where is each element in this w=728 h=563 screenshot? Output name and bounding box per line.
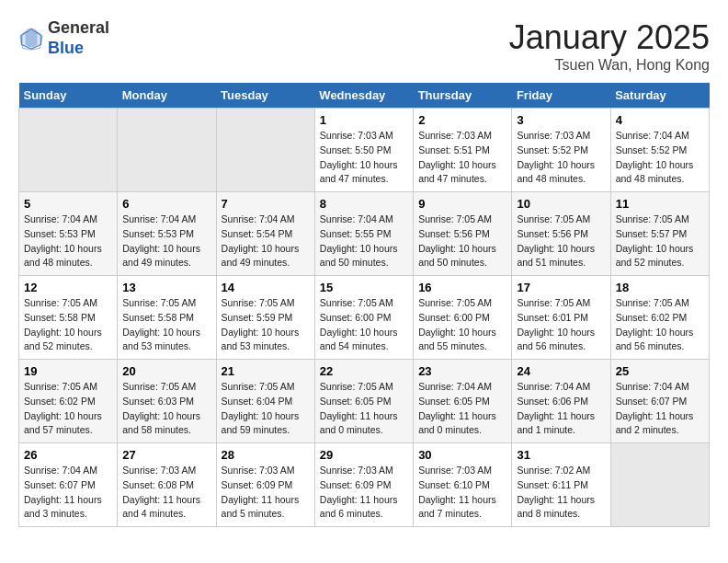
header-friday: Friday bbox=[512, 83, 610, 109]
calendar-cell: 2Sunrise: 7:03 AMSunset: 5:51 PMDaylight… bbox=[414, 109, 512, 192]
day-number: 15 bbox=[320, 281, 408, 294]
calendar-cell: 27Sunrise: 7:03 AMSunset: 6:08 PMDayligh… bbox=[118, 443, 216, 527]
calendar-cell: 23Sunrise: 7:04 AMSunset: 6:05 PMDayligh… bbox=[414, 360, 512, 443]
day-number: 1 bbox=[320, 113, 408, 127]
day-info: Sunrise: 7:04 AMSunset: 5:52 PMDaylight:… bbox=[616, 129, 704, 187]
calendar-cell: 20Sunrise: 7:05 AMSunset: 6:03 PMDayligh… bbox=[118, 360, 216, 443]
day-number: 11 bbox=[616, 197, 704, 211]
day-info: Sunrise: 7:03 AMSunset: 6:10 PMDaylight:… bbox=[418, 464, 506, 522]
week-row-1: 1Sunrise: 7:03 AMSunset: 5:50 PMDaylight… bbox=[19, 109, 710, 192]
location: Tsuen Wan, Hong Kong bbox=[509, 57, 710, 74]
day-info: Sunrise: 7:05 AMSunset: 5:58 PMDaylight:… bbox=[122, 296, 210, 354]
day-number: 25 bbox=[616, 364, 704, 378]
calendar-cell: 1Sunrise: 7:03 AMSunset: 5:50 PMDaylight… bbox=[314, 109, 413, 192]
day-number: 22 bbox=[320, 364, 408, 378]
day-number: 18 bbox=[616, 281, 704, 294]
day-info: Sunrise: 7:04 AMSunset: 5:55 PMDaylight:… bbox=[320, 213, 408, 270]
header-wednesday: Wednesday bbox=[314, 83, 413, 109]
calendar-cell: 18Sunrise: 7:05 AMSunset: 6:02 PMDayligh… bbox=[610, 276, 709, 360]
week-row-2: 5Sunrise: 7:04 AMSunset: 5:53 PMDaylight… bbox=[19, 192, 710, 276]
header-thursday: Thursday bbox=[414, 83, 512, 109]
day-number: 26 bbox=[24, 448, 112, 462]
day-info: Sunrise: 7:05 AMSunset: 6:02 PMDaylight:… bbox=[616, 296, 704, 354]
day-number: 23 bbox=[418, 364, 506, 378]
calendar-cell: 26Sunrise: 7:04 AMSunset: 6:07 PMDayligh… bbox=[19, 443, 118, 527]
day-number: 19 bbox=[24, 364, 112, 378]
calendar-cell: 5Sunrise: 7:04 AMSunset: 5:53 PMDaylight… bbox=[19, 192, 118, 276]
calendar-cell: 19Sunrise: 7:05 AMSunset: 6:02 PMDayligh… bbox=[19, 360, 118, 443]
day-number: 6 bbox=[122, 197, 210, 211]
calendar-cell: 13Sunrise: 7:05 AMSunset: 5:58 PMDayligh… bbox=[118, 276, 216, 360]
day-number: 12 bbox=[24, 281, 112, 294]
day-info: Sunrise: 7:03 AMSunset: 6:09 PMDaylight:… bbox=[222, 464, 310, 522]
day-info: Sunrise: 7:05 AMSunset: 6:00 PMDaylight:… bbox=[418, 296, 506, 354]
logo-text: General Blue bbox=[48, 18, 109, 58]
day-number: 4 bbox=[616, 113, 704, 127]
day-number: 21 bbox=[222, 364, 310, 378]
day-number: 31 bbox=[517, 448, 605, 462]
calendar-cell: 9Sunrise: 7:05 AMSunset: 5:56 PMDaylight… bbox=[414, 192, 512, 276]
day-number: 8 bbox=[320, 197, 408, 211]
calendar-cell: 21Sunrise: 7:05 AMSunset: 6:04 PMDayligh… bbox=[216, 360, 314, 443]
calendar-cell: 28Sunrise: 7:03 AMSunset: 6:09 PMDayligh… bbox=[216, 443, 314, 527]
day-number: 24 bbox=[517, 364, 605, 378]
day-number: 7 bbox=[222, 197, 310, 211]
calendar-cell bbox=[19, 109, 118, 192]
calendar-cell: 30Sunrise: 7:03 AMSunset: 6:10 PMDayligh… bbox=[414, 443, 512, 527]
day-number: 17 bbox=[517, 281, 605, 294]
day-info: Sunrise: 7:05 AMSunset: 6:02 PMDaylight:… bbox=[24, 380, 112, 438]
calendar-table: SundayMondayTuesdayWednesdayThursdayFrid… bbox=[18, 83, 710, 527]
calendar-cell bbox=[118, 109, 216, 192]
calendar-cell: 31Sunrise: 7:02 AMSunset: 6:11 PMDayligh… bbox=[512, 443, 610, 527]
day-number: 29 bbox=[320, 448, 408, 462]
day-number: 30 bbox=[418, 448, 506, 462]
calendar-cell: 7Sunrise: 7:04 AMSunset: 5:54 PMDaylight… bbox=[216, 192, 314, 276]
calendar-cell: 8Sunrise: 7:04 AMSunset: 5:55 PMDaylight… bbox=[314, 192, 413, 276]
day-info: Sunrise: 7:05 AMSunset: 5:56 PMDaylight:… bbox=[517, 213, 605, 270]
calendar-cell: 25Sunrise: 7:04 AMSunset: 6:07 PMDayligh… bbox=[610, 360, 709, 443]
calendar-cell: 22Sunrise: 7:05 AMSunset: 6:05 PMDayligh… bbox=[314, 360, 413, 443]
title-block: January 2025 Tsuen Wan, Hong Kong bbox=[509, 18, 710, 74]
calendar-cell: 29Sunrise: 7:03 AMSunset: 6:09 PMDayligh… bbox=[314, 443, 413, 527]
calendar-cell bbox=[216, 109, 314, 192]
day-info: Sunrise: 7:05 AMSunset: 5:56 PMDaylight:… bbox=[418, 213, 506, 270]
day-info: Sunrise: 7:05 AMSunset: 6:00 PMDaylight:… bbox=[320, 296, 408, 354]
day-number: 5 bbox=[24, 197, 112, 211]
month-title: January 2025 bbox=[509, 18, 710, 57]
calendar-cell: 6Sunrise: 7:04 AMSunset: 5:53 PMDaylight… bbox=[118, 192, 216, 276]
day-info: Sunrise: 7:05 AMSunset: 5:58 PMDaylight:… bbox=[24, 296, 112, 354]
day-info: Sunrise: 7:04 AMSunset: 6:07 PMDaylight:… bbox=[616, 380, 704, 438]
header-sunday: Sunday bbox=[19, 83, 118, 109]
day-number: 16 bbox=[418, 281, 506, 294]
day-info: Sunrise: 7:04 AMSunset: 6:05 PMDaylight:… bbox=[418, 380, 506, 438]
calendar-cell: 24Sunrise: 7:04 AMSunset: 6:06 PMDayligh… bbox=[512, 360, 610, 443]
logo: General Blue bbox=[18, 18, 109, 58]
calendar-cell: 12Sunrise: 7:05 AMSunset: 5:58 PMDayligh… bbox=[19, 276, 118, 360]
day-number: 10 bbox=[517, 197, 605, 211]
week-row-5: 26Sunrise: 7:04 AMSunset: 6:07 PMDayligh… bbox=[19, 443, 710, 527]
header-monday: Monday bbox=[118, 83, 216, 109]
day-info: Sunrise: 7:05 AMSunset: 5:57 PMDaylight:… bbox=[616, 213, 704, 270]
logo-icon bbox=[18, 26, 44, 52]
calendar-cell: 10Sunrise: 7:05 AMSunset: 5:56 PMDayligh… bbox=[512, 192, 610, 276]
day-info: Sunrise: 7:03 AMSunset: 5:51 PMDaylight:… bbox=[418, 129, 506, 187]
calendar-cell: 14Sunrise: 7:05 AMSunset: 5:59 PMDayligh… bbox=[216, 276, 314, 360]
calendar-cell: 4Sunrise: 7:04 AMSunset: 5:52 PMDaylight… bbox=[610, 109, 709, 192]
day-number: 3 bbox=[517, 113, 605, 127]
day-info: Sunrise: 7:05 AMSunset: 6:03 PMDaylight:… bbox=[122, 380, 210, 438]
calendar-cell: 3Sunrise: 7:03 AMSunset: 5:52 PMDaylight… bbox=[512, 109, 610, 192]
header-tuesday: Tuesday bbox=[216, 83, 314, 109]
day-info: Sunrise: 7:04 AMSunset: 5:53 PMDaylight:… bbox=[122, 213, 210, 270]
calendar-cell bbox=[610, 443, 709, 527]
day-number: 20 bbox=[122, 364, 210, 378]
day-number: 27 bbox=[122, 448, 210, 462]
day-number: 2 bbox=[418, 113, 506, 127]
day-info: Sunrise: 7:05 AMSunset: 6:01 PMDaylight:… bbox=[517, 296, 605, 354]
page-header: General Blue January 2025 Tsuen Wan, Hon… bbox=[18, 18, 710, 74]
calendar-cell: 11Sunrise: 7:05 AMSunset: 5:57 PMDayligh… bbox=[610, 192, 709, 276]
calendar-cell: 17Sunrise: 7:05 AMSunset: 6:01 PMDayligh… bbox=[512, 276, 610, 360]
day-number: 9 bbox=[418, 197, 506, 211]
day-info: Sunrise: 7:02 AMSunset: 6:11 PMDaylight:… bbox=[517, 464, 605, 522]
header-saturday: Saturday bbox=[610, 83, 709, 109]
day-info: Sunrise: 7:04 AMSunset: 5:54 PMDaylight:… bbox=[222, 213, 310, 270]
